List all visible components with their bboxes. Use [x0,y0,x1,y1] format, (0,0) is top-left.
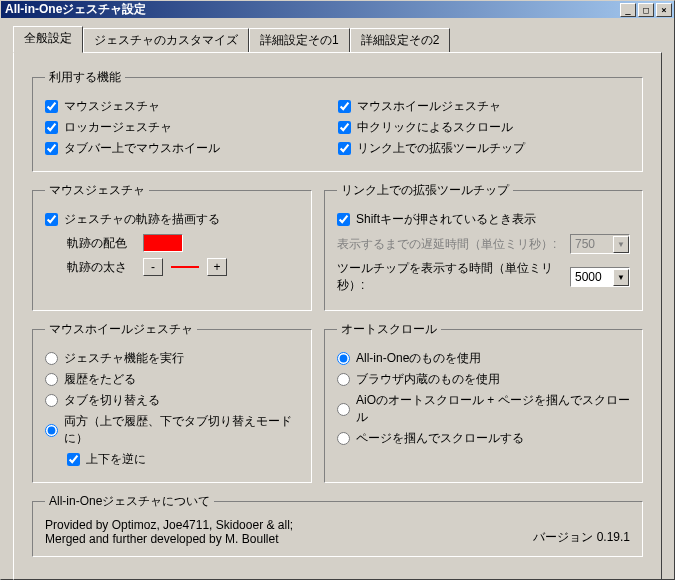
chk-wheel-reverse-label: 上下を逆に [86,451,146,468]
radio-wheel-both[interactable]: 両方（上で履歴、下でタブ切り替えモードに） [45,413,299,447]
radio-wheel-exec-label: ジェスチャ機能を実行 [64,350,184,367]
group-autoscroll-legend: オートスクロール [337,321,441,338]
window-title: All-in-Oneジェスチャ設定 [5,1,618,18]
trail-width-plus[interactable]: + [207,258,227,276]
radio-as-grab[interactable]: ページを掴んでスクロールする [337,430,630,447]
radio-as-grab-combo-label: AiOのオートスクロール + ページを掴んでスクロール [356,392,630,426]
tab-strip: 全般設定 ジェスチャのカスタマイズ 詳細設定その1 詳細設定その2 [13,26,662,52]
radio-wheel-history-label: 履歴をたどる [64,371,136,388]
chk-mouse-gesture[interactable]: マウスジェスチャ [45,98,338,115]
minimize-button[interactable]: _ [620,3,636,17]
radio-as-aio-input[interactable] [337,352,350,365]
radio-wheel-exec-input[interactable] [45,352,58,365]
group-wheel-gesture: マウスホイールジェスチャ ジェスチャ機能を実行 履歴をたどる タブを切り替える [32,321,312,483]
close-button[interactable]: × [656,3,672,17]
group-about-legend: All-in-Oneジェスチャについて [45,493,214,510]
about-version: バージョン 0.19.1 [533,529,630,546]
client-area: 全般設定 ジェスチャのカスタマイズ 詳細設定その1 詳細設定その2 利用する機能… [1,18,674,580]
group-mouse-gesture-legend: マウスジェスチャ [45,182,149,199]
radio-as-browser-input[interactable] [337,373,350,386]
chk-mouse-gesture-input[interactable] [45,100,58,113]
radio-as-browser[interactable]: ブラウザ内蔵のものを使用 [337,371,630,388]
trail-color-label: 軌跡の配色 [67,235,137,252]
group-features: 利用する機能 マウスジェスチャ ロッカージェスチャ タブ [32,69,643,172]
trail-color-swatch[interactable] [143,234,183,252]
chk-draw-trail-label: ジェスチャの軌跡を描画する [64,211,220,228]
about-line1: Provided by Optimoz, Joe4711, Skidooer &… [45,518,533,532]
chk-wheel-gesture-input[interactable] [338,100,351,113]
chk-middle-scroll-label: 中クリックによるスクロール [357,119,513,136]
chevron-down-icon[interactable]: ▼ [613,269,629,286]
radio-wheel-both-input[interactable] [45,424,58,437]
chk-middle-scroll[interactable]: 中クリックによるスクロール [338,119,631,136]
tooltip-delay-select: 750 ▼ [570,234,630,254]
radio-as-grab-label: ページを掴んでスクロールする [356,430,524,447]
radio-as-aio[interactable]: All-in-Oneのものを使用 [337,350,630,367]
tab-advanced1[interactable]: 詳細設定その1 [249,28,350,52]
radio-wheel-tabs-input[interactable] [45,394,58,407]
tab-advanced2[interactable]: 詳細設定その2 [350,28,451,52]
chk-rocker-gesture[interactable]: ロッカージェスチャ [45,119,338,136]
group-about: All-in-Oneジェスチャについて Provided by Optimoz,… [32,493,643,557]
group-link-tooltip-legend: リンク上での拡張ツールチップ [337,182,513,199]
chk-link-tooltip-label: リンク上での拡張ツールチップ [357,140,525,157]
group-autoscroll: オートスクロール All-in-Oneのものを使用 ブラウザ内蔵のものを使用 A… [324,321,643,483]
chevron-down-icon: ▼ [613,236,629,253]
chk-shift-show-input[interactable] [337,213,350,226]
radio-wheel-tabs[interactable]: タブを切り替える [45,392,299,409]
chk-shift-show[interactable]: Shiftキーが押されているとき表示 [337,211,630,228]
tooltip-delay-value: 750 [575,237,595,251]
chk-shift-show-label: Shiftキーが押されているとき表示 [356,211,536,228]
chk-mouse-gesture-label: マウスジェスチャ [64,98,160,115]
chk-wheel-reverse[interactable]: 上下を逆に [67,451,299,468]
titlebar: All-in-Oneジェスチャ設定 _ □ × [1,1,674,18]
radio-wheel-history-input[interactable] [45,373,58,386]
dialog-window: All-in-Oneジェスチャ設定 _ □ × 全般設定 ジェスチャのカスタマイ… [0,0,675,580]
chk-middle-scroll-input[interactable] [338,121,351,134]
chk-rocker-gesture-input[interactable] [45,121,58,134]
group-link-tooltip: リンク上での拡張ツールチップ Shiftキーが押されているとき表示 表示するまで… [324,182,643,311]
radio-wheel-history[interactable]: 履歴をたどる [45,371,299,388]
chk-tabbar-wheel-label: タブバー上でマウスホイール [64,140,220,157]
tooltip-duration-value: 5000 [575,270,602,284]
radio-wheel-tabs-label: タブを切り替える [64,392,160,409]
radio-as-grab-combo-input[interactable] [337,403,350,416]
chk-wheel-reverse-input[interactable] [67,453,80,466]
group-wheel-gesture-legend: マウスホイールジェスチャ [45,321,197,338]
chk-link-tooltip[interactable]: リンク上での拡張ツールチップ [338,140,631,157]
tab-panel: 利用する機能 マウスジェスチャ ロッカージェスチャ タブ [13,52,662,580]
radio-as-grab-input[interactable] [337,432,350,445]
chk-wheel-gesture-label: マウスホイールジェスチャ [357,98,501,115]
tooltip-duration-select[interactable]: 5000 ▼ [570,267,630,287]
chk-tabbar-wheel[interactable]: タブバー上でマウスホイール [45,140,338,157]
chk-wheel-gesture[interactable]: マウスホイールジェスチャ [338,98,631,115]
radio-wheel-exec[interactable]: ジェスチャ機能を実行 [45,350,299,367]
about-line2: Merged and further developed by M. Boull… [45,532,533,546]
chk-link-tooltip-input[interactable] [338,142,351,155]
tooltip-delay-label: 表示するまでの遅延時間（単位ミリ秒）: [337,236,564,253]
radio-as-aio-label: All-in-Oneのものを使用 [356,350,481,367]
radio-as-browser-label: ブラウザ内蔵のものを使用 [356,371,500,388]
trail-width-label: 軌跡の太さ [67,259,137,276]
trail-width-preview [171,266,199,268]
group-features-legend: 利用する機能 [45,69,125,86]
tab-general[interactable]: 全般設定 [13,26,83,53]
maximize-button[interactable]: □ [638,3,654,17]
chk-rocker-gesture-label: ロッカージェスチャ [64,119,172,136]
chk-draw-trail[interactable]: ジェスチャの軌跡を描画する [45,211,299,228]
trail-width-minus[interactable]: - [143,258,163,276]
group-mouse-gesture: マウスジェスチャ ジェスチャの軌跡を描画する 軌跡の配色 軌跡の太さ - + [32,182,312,311]
radio-as-grab-combo[interactable]: AiOのオートスクロール + ページを掴んでスクロール [337,392,630,426]
chk-draw-trail-input[interactable] [45,213,58,226]
chk-tabbar-wheel-input[interactable] [45,142,58,155]
tooltip-duration-label: ツールチップを表示する時間（単位ミリ秒）: [337,260,564,294]
radio-wheel-both-label: 両方（上で履歴、下でタブ切り替えモードに） [64,413,299,447]
tab-customize[interactable]: ジェスチャのカスタマイズ [83,28,249,52]
